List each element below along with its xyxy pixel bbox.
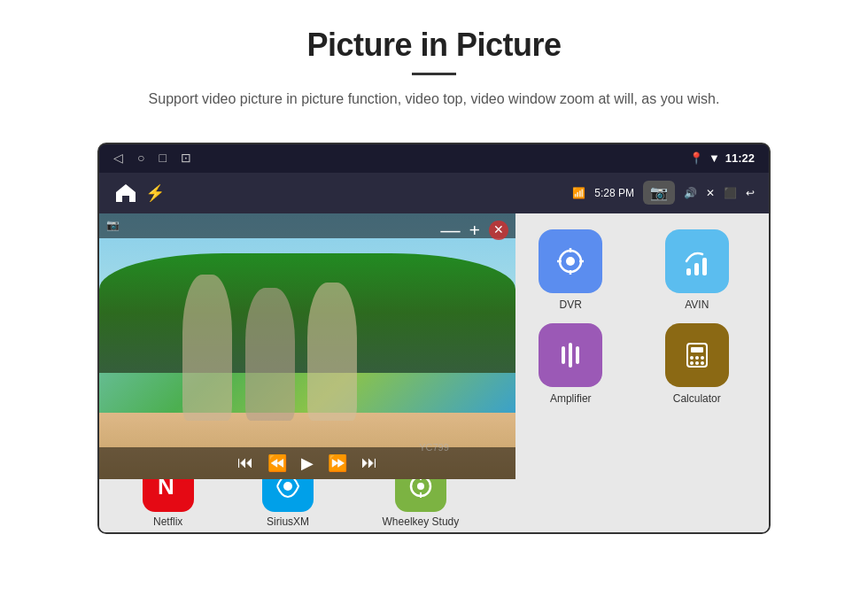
app-item-dvr[interactable]: DVR xyxy=(508,222,634,316)
svg-point-23 xyxy=(417,483,424,490)
calculator-icon xyxy=(665,323,729,387)
svg-rect-7 xyxy=(694,263,699,275)
usb-icon: ⚡ xyxy=(145,183,165,203)
close-icon[interactable]: ✕ xyxy=(706,187,715,199)
pip-icon[interactable]: ⬛ xyxy=(724,187,737,199)
svg-point-1 xyxy=(566,257,575,266)
svg-rect-8 xyxy=(702,258,707,275)
pip-close-icon: ✕ xyxy=(493,222,504,237)
home-button[interactable] xyxy=(113,182,138,205)
pip-playback-controls: ⏮ ⏪ ▶ ⏩ ⏭ xyxy=(99,447,515,479)
camera-button[interactable]: 📷 xyxy=(643,181,675,205)
app-item-amplifier[interactable]: Amplifier xyxy=(508,316,634,410)
return-icon[interactable]: ↩ xyxy=(746,187,755,199)
svg-rect-10 xyxy=(569,343,572,368)
svg-rect-11 xyxy=(576,346,579,364)
screenshot-nav-icon[interactable]: ⊡ xyxy=(181,151,191,166)
home-nav-icon[interactable]: ○ xyxy=(137,151,144,166)
svg-point-21 xyxy=(283,482,292,491)
header-description: Support video picture in picture functio… xyxy=(89,88,779,111)
wheelkey-label: Wheelkey Study xyxy=(383,515,460,528)
svg-point-15 xyxy=(695,356,699,360)
status-time: 11:22 xyxy=(725,151,755,165)
fast-forward-button[interactable]: ⏭ xyxy=(361,453,377,472)
pip-top-bar: 📷 — + ✕ xyxy=(99,213,515,238)
svg-rect-6 xyxy=(686,268,691,275)
svg-point-19 xyxy=(701,361,704,365)
pip-video: 📷 — + ✕ ⏮ ⏪ ▶ ⏩ ⏭ xyxy=(99,213,515,479)
app-grid: DVR AVIN xyxy=(499,213,769,532)
play-pause-button[interactable]: ▶ xyxy=(301,453,314,473)
svg-point-18 xyxy=(695,361,699,365)
pip-resize-controls: — + ✕ xyxy=(440,219,508,242)
avin-icon xyxy=(665,229,729,293)
pip-video-container[interactable]: 📷 — + ✕ ⏮ ⏪ ▶ ⏩ ⏭ xyxy=(99,213,515,479)
nav-buttons: ◁ ○ □ ⊡ xyxy=(113,151,191,166)
watermark: YC799 xyxy=(419,442,449,453)
pip-plus-button[interactable]: + xyxy=(469,219,480,242)
device-frame: ◁ ○ □ ⊡ 📍 ▼ 11:22 ⚡ 📶 5:28 PM 📷 🔊 xyxy=(97,143,771,534)
amplifier-icon xyxy=(539,323,602,387)
svg-point-16 xyxy=(701,356,704,360)
svg-point-17 xyxy=(690,361,694,365)
app-bar: ⚡ 📶 5:28 PM 📷 🔊 ✕ ⬛ ↩ xyxy=(99,173,769,213)
wifi-signal-icon: ▼ xyxy=(709,151,720,165)
status-bar-right: 📍 ▼ 11:22 xyxy=(689,151,755,165)
recents-nav-icon[interactable]: □ xyxy=(159,151,166,166)
amplifier-label: Amplifier xyxy=(550,392,592,405)
app-bar-right: 📶 5:28 PM 📷 🔊 ✕ ⬛ ↩ xyxy=(572,181,755,205)
rewind-button[interactable]: ⏮ xyxy=(237,453,253,472)
app-item-avin[interactable]: AVIN xyxy=(634,222,761,316)
appbar-time: 5:28 PM xyxy=(594,187,634,199)
header-section: Picture in Picture Support video picture… xyxy=(0,0,868,127)
pip-camera-icon: 📷 xyxy=(106,219,120,232)
app-bar-left: ⚡ xyxy=(113,182,165,205)
svg-rect-9 xyxy=(562,346,565,364)
pip-close-button[interactable]: ✕ xyxy=(489,221,508,240)
avin-label: AVIN xyxy=(685,298,709,311)
main-content-area: 📷 — + ✕ ⏮ ⏪ ▶ ⏩ ⏭ xyxy=(99,213,769,532)
siriusxm-label: SiriusXM xyxy=(267,515,309,528)
back-nav-icon[interactable]: ◁ xyxy=(113,151,123,166)
volume-icon[interactable]: 🔊 xyxy=(684,187,697,199)
location-icon: 📍 xyxy=(689,151,703,165)
netflix-label: Netflix xyxy=(153,515,182,528)
calculator-label: Calculator xyxy=(673,392,721,405)
prev-frame-button[interactable]: ⏪ xyxy=(267,453,287,473)
svg-point-14 xyxy=(690,356,694,360)
pip-minus-button[interactable]: — xyxy=(440,219,460,242)
page-title: Picture in Picture xyxy=(53,27,815,64)
svg-rect-13 xyxy=(691,347,703,352)
app-item-calculator[interactable]: Calculator xyxy=(634,316,761,410)
dvr-icon xyxy=(539,229,602,293)
next-frame-button[interactable]: ⏩ xyxy=(328,453,347,473)
title-divider xyxy=(412,73,456,75)
dvr-label: DVR xyxy=(560,298,582,311)
status-bar: ◁ ○ □ ⊡ 📍 ▼ 11:22 xyxy=(99,144,769,173)
wifi-icon: 📶 xyxy=(572,187,585,199)
